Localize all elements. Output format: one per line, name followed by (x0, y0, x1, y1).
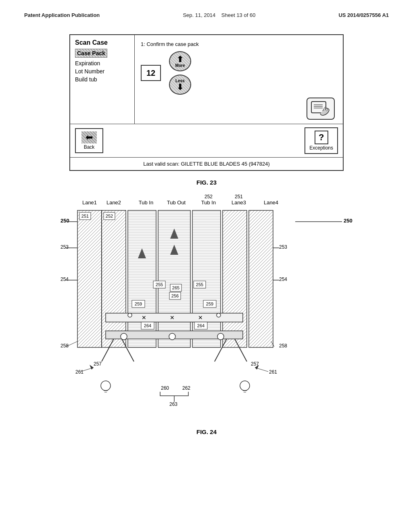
fig23-main-row: Scan Case Case Pack Expiration Lot Numbe… (70, 35, 343, 124)
svg-text:257: 257 (94, 361, 102, 367)
svg-text:Lane4: Lane4 (264, 200, 278, 206)
svg-point-76 (101, 381, 111, 391)
svg-text:259: 259 (135, 301, 142, 306)
more-button[interactable]: ⬆ More (169, 51, 191, 71)
svg-text:Tub In: Tub In (139, 200, 153, 206)
header-sheet: Sheet 13 of 60 (221, 12, 256, 18)
svg-point-89 (169, 333, 175, 340)
svg-text:259: 259 (206, 301, 213, 306)
svg-point-86 (128, 313, 132, 317)
svg-point-88 (121, 333, 127, 340)
svg-rect-18 (102, 210, 126, 347)
svg-text:252: 252 (106, 214, 113, 218)
back-label: Back (84, 144, 95, 150)
fig23-right-panel: 1: Confirm the case pack 12 ⬆ More Less … (135, 35, 343, 124)
svg-text:✕: ✕ (142, 314, 146, 321)
svg-text:261: 261 (269, 369, 277, 375)
header-center: Sep. 11, 2014 Sheet 13 of 60 (183, 12, 255, 18)
back-button[interactable]: ⬅ Back (75, 128, 103, 153)
less-label: Less (175, 79, 185, 83)
svg-text:253: 253 (60, 244, 69, 250)
page-header: Patent Application Publication Sep. 11, … (0, 0, 413, 22)
svg-point-90 (217, 333, 224, 340)
svg-text:Tub In: Tub In (201, 200, 216, 206)
svg-text:254: 254 (279, 276, 287, 282)
svg-point-87 (217, 313, 221, 317)
fig23-instruction: 1: Confirm the case pack (141, 41, 337, 47)
quantity-display: 12 (141, 65, 161, 81)
svg-text:263: 263 (169, 401, 177, 407)
scan-case-label: Scan Case (75, 39, 129, 46)
svg-text:258: 258 (279, 343, 287, 349)
fig23-left-panel: Scan Case Case Pack Expiration Lot Numbe… (70, 35, 135, 124)
up-arrow-icon: ⬆ (177, 55, 184, 63)
svg-text:Lane3: Lane3 (232, 200, 246, 206)
exceptions-button[interactable]: ? Exceptions (305, 127, 338, 154)
svg-text:Lane2: Lane2 (106, 200, 121, 206)
svg-text:264: 264 (197, 323, 204, 328)
fig23-bottom-row: ⬅ Back ? Exceptions (70, 124, 343, 158)
fig23-controls: 12 ⬆ More Less ⬇ (141, 51, 337, 95)
fig23-label: FIG. 23 (24, 179, 389, 186)
svg-text:260: 260 (161, 385, 169, 391)
hand-scan-svg (311, 101, 331, 117)
expiration-label: Expiration (75, 60, 129, 66)
header-right: US 2014/0257556 A1 (338, 12, 389, 18)
fig23-status-bar: Last valid scan: GILETTE BLUE BLADES 45 … (70, 158, 343, 170)
svg-rect-23 (249, 210, 273, 347)
svg-rect-17 (77, 210, 102, 347)
svg-text:Tub Out: Tub Out (167, 200, 186, 206)
svg-text:✕: ✕ (170, 314, 175, 321)
svg-text:256: 256 (171, 293, 179, 298)
fig24-container: Lane1 Lane2 Tub In Tub Out Tub In Lane3 … (53, 192, 360, 435)
svg-text:Lane1: Lane1 (82, 200, 97, 206)
case-pack-label: Case Pack (75, 49, 107, 58)
more-label: More (175, 63, 185, 68)
svg-text:252: 252 (204, 194, 213, 200)
main-content: Scan Case Case Pack Expiration Lot Numbe… (0, 22, 413, 443)
build-tub-label: Build tub (75, 76, 129, 83)
fig24-label: FIG. 24 (53, 428, 360, 435)
arrow-buttons: ⬆ More Less ⬇ (169, 51, 191, 95)
less-button[interactable]: Less ⬇ (169, 75, 191, 95)
svg-text:250: 250 (344, 218, 353, 224)
down-arrow-icon: ⬇ (177, 83, 184, 91)
lot-number-label: Lot Number (75, 68, 129, 75)
scan-icon (307, 98, 335, 120)
svg-marker-72 (90, 365, 94, 370)
header-left: Patent Application Publication (24, 12, 100, 18)
svg-text:251: 251 (81, 214, 89, 218)
svg-text:255: 255 (156, 282, 163, 287)
svg-text:251: 251 (235, 194, 243, 200)
svg-text:254: 254 (60, 276, 69, 282)
svg-text:255: 255 (196, 282, 203, 287)
fig24-diagram: Lane1 Lane2 Tub In Tub Out Tub In Lane3 … (53, 192, 360, 426)
svg-rect-22 (223, 210, 247, 347)
exceptions-label: Exceptions (309, 145, 333, 151)
question-mark-icon: ? (315, 131, 328, 144)
header-date: Sep. 11, 2014 (183, 12, 215, 18)
fig24-svg: Lane1 Lane2 Tub In Tub Out Tub In Lane3 … (53, 192, 360, 418)
svg-text:250: 250 (60, 218, 69, 224)
fig23-diagram: Scan Case Case Pack Expiration Lot Numbe… (69, 34, 344, 171)
svg-point-79 (240, 381, 250, 391)
svg-text:264: 264 (144, 323, 151, 328)
svg-text:265: 265 (172, 285, 179, 290)
back-arrow-icon: ⬅ (81, 131, 97, 143)
svg-text:262: 262 (182, 385, 190, 391)
svg-text:✕: ✕ (198, 314, 203, 321)
svg-text:261: 261 (75, 369, 83, 375)
svg-text:253: 253 (279, 244, 287, 250)
